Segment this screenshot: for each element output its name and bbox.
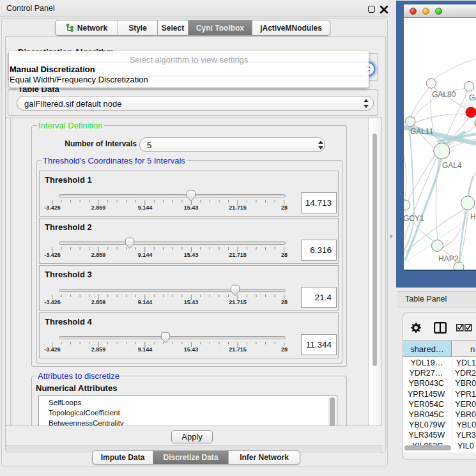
svg-text:HAP2: HAP2	[438, 254, 459, 263]
svg-text:GAL4: GAL4	[442, 161, 462, 170]
svg-text:GCY1: GCY1	[404, 214, 424, 223]
svg-text:H: H	[470, 212, 476, 221]
svg-text:GAL11: GAL11	[410, 127, 434, 136]
svg-text:GAL80: GAL80	[432, 90, 456, 99]
svg-text:GA: GA	[469, 93, 476, 102]
